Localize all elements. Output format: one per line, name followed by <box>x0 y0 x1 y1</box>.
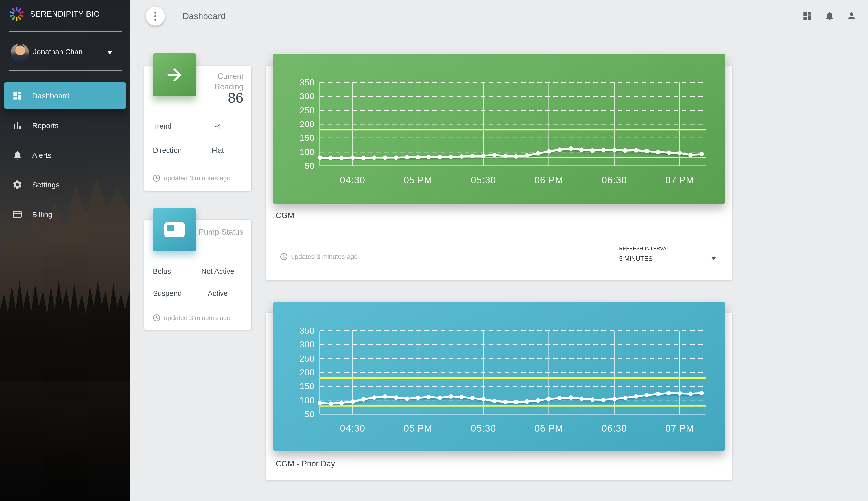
row-value: Flat <box>192 146 243 154</box>
updated-text: updated 3 minutes ago <box>164 174 231 182</box>
svg-text:07 PM: 07 PM <box>665 175 694 185</box>
svg-text:06 PM: 06 PM <box>534 175 563 185</box>
card-title: Current Reading <box>197 71 243 92</box>
brand: SERENDIPITY BIO <box>9 7 100 22</box>
select-underline <box>619 267 716 267</box>
svg-text:04:30: 04:30 <box>340 175 365 185</box>
cgm-prior-day-chart: 5010015020025030035004:3005 PM05:3006 PM… <box>273 302 725 451</box>
card-title: Pump Status <box>197 227 243 237</box>
sidebar-item-label: Billing <box>32 210 52 218</box>
card-table: Trend -4 Direction Flat <box>144 114 251 162</box>
bell-icon <box>824 11 835 21</box>
row-value: Not Active <box>192 267 243 275</box>
person-icon <box>846 11 857 21</box>
dashboard-grid-icon <box>12 90 23 101</box>
sidebar-item-label: Alerts <box>32 150 52 159</box>
updated-status: updated 3 minutes ago <box>280 253 358 260</box>
refresh-interval-select[interactable]: REFRESH INTERVAL 5 MINUTES <box>619 246 716 267</box>
clock-icon <box>153 314 160 322</box>
refresh-interval-label: REFRESH INTERVAL <box>619 246 716 251</box>
updated-text: updated 3 minutes ago <box>291 253 358 260</box>
cgm-chart-svg: 5010015020025030035004:3005 PM05:3006 PM… <box>273 54 725 203</box>
apps-grid-button[interactable] <box>802 11 813 21</box>
svg-text:150: 150 <box>300 133 314 143</box>
svg-text:300: 300 <box>300 91 314 101</box>
current-reading-tile <box>153 53 196 96</box>
sidebar-item-alerts[interactable]: Alerts <box>4 142 126 168</box>
svg-text:05 PM: 05 PM <box>404 423 432 434</box>
chevron-down-icon[interactable] <box>108 51 112 54</box>
table-row: Suspend Active <box>144 282 251 304</box>
cgm-prior-day-title: CGM - Prior Day <box>275 459 335 468</box>
brand-logo-icon <box>9 7 24 22</box>
pump-card-icon <box>164 221 186 239</box>
brand-name: SERENDIPITY BIO <box>30 10 100 19</box>
sidebar-divider <box>9 31 122 32</box>
dashboard-grid-icon <box>802 11 813 21</box>
bell-icon <box>12 149 23 160</box>
cgm-chart: 5010015020025030035004:3005 PM05:3006 PM… <box>273 54 725 203</box>
app-root: SERENDIPITY BIO Jonathan Chan Dashboard <box>0 0 868 501</box>
user-menu[interactable]: Jonathan Chan <box>0 42 130 64</box>
svg-text:04:30: 04:30 <box>340 423 365 434</box>
current-reading-value: 86 <box>228 90 243 106</box>
svg-text:250: 250 <box>300 105 314 115</box>
page-title: Dashboard <box>182 11 226 22</box>
main-content: Dashboard Current Reading 86 Trend <box>130 0 868 501</box>
notifications-button[interactable] <box>824 11 835 21</box>
sidebar-item-dashboard[interactable]: Dashboard <box>4 83 126 108</box>
sidebar-item-reports[interactable]: Reports <box>4 112 126 138</box>
clock-icon <box>280 253 287 260</box>
card-table: Bolus Not Active Suspend Active <box>144 260 251 304</box>
row-label: Trend <box>153 122 172 130</box>
vertical-dots-icon <box>154 12 156 13</box>
row-label: Bolus <box>153 267 171 275</box>
row-label: Suspend <box>153 289 182 297</box>
sidebar-item-label: Settings <box>32 180 59 189</box>
cgm-card-title: CGM <box>275 211 294 220</box>
sidebar-item-settings[interactable]: Settings <box>4 171 126 198</box>
svg-text:50: 50 <box>304 161 314 171</box>
sidebar-item-label: Dashboard <box>32 91 69 100</box>
gear-icon <box>12 179 23 190</box>
updated-status: updated 3 minutes ago <box>153 314 231 322</box>
svg-text:05:30: 05:30 <box>471 423 496 434</box>
credit-card-icon <box>12 209 23 219</box>
sidebar-divider <box>9 70 122 71</box>
svg-text:100: 100 <box>300 147 314 157</box>
bar-chart-icon <box>12 120 23 130</box>
svg-text:06:30: 06:30 <box>602 423 627 434</box>
svg-text:50: 50 <box>304 409 314 419</box>
user-name: Jonathan Chan <box>33 48 83 56</box>
table-row: Trend -4 <box>144 114 251 138</box>
svg-text:05:30: 05:30 <box>471 175 496 185</box>
svg-text:06 PM: 06 PM <box>534 423 563 434</box>
svg-text:200: 200 <box>300 119 314 129</box>
pump-status-tile <box>153 208 196 251</box>
sidebar-nav: Dashboard Reports Alerts Settings <box>4 83 126 231</box>
svg-text:100: 100 <box>300 395 314 405</box>
avatar[interactable] <box>11 44 29 62</box>
sidebar-item-billing[interactable]: Billing <box>4 201 126 227</box>
svg-text:200: 200 <box>300 367 314 377</box>
menu-button[interactable] <box>146 7 165 25</box>
topbar-actions <box>802 11 857 21</box>
arrow-right-icon <box>165 65 185 85</box>
cgm-prior-day-chart-svg: 5010015020025030035004:3005 PM05:3006 PM… <box>273 302 725 452</box>
row-label: Direction <box>153 146 181 154</box>
updated-status: updated 3 minutes ago <box>153 174 231 182</box>
refresh-interval-value: 5 MINUTES <box>619 255 716 262</box>
account-button[interactable] <box>846 11 857 21</box>
svg-text:06:30: 06:30 <box>602 175 627 185</box>
svg-text:07 PM: 07 PM <box>665 423 694 434</box>
clock-icon <box>153 174 160 182</box>
svg-text:350: 350 <box>300 77 314 87</box>
svg-text:150: 150 <box>300 381 314 391</box>
row-value: Active <box>192 289 243 297</box>
sidebar: SERENDIPITY BIO Jonathan Chan Dashboard <box>0 0 130 501</box>
table-row: Bolus Not Active <box>144 260 251 282</box>
table-row: Direction Flat <box>144 138 251 162</box>
svg-text:250: 250 <box>300 353 314 363</box>
svg-text:300: 300 <box>300 339 314 349</box>
row-value: -4 <box>192 122 243 130</box>
